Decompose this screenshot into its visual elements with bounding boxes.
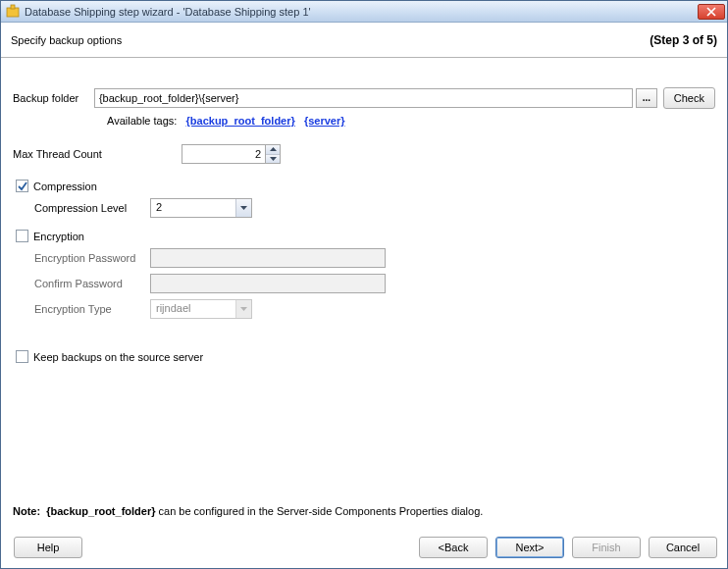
check-button[interactable]: Check xyxy=(663,87,715,109)
finish-button: Finish xyxy=(572,537,641,558)
compression-level-label: Compression Level xyxy=(13,202,150,214)
back-button[interactable]: <Back xyxy=(419,537,488,558)
keep-backups-checkbox[interactable] xyxy=(16,350,28,363)
browse-button[interactable]: ... xyxy=(636,88,657,108)
window-title: Database Shipping step wizard - 'Databas… xyxy=(25,6,698,18)
compression-level-combo[interactable]: 2 xyxy=(150,198,252,218)
button-bar: Help <Back Next> Finish Cancel xyxy=(1,531,727,568)
max-thread-spinner xyxy=(182,144,281,164)
tag-backup-root-folder[interactable]: {backup_root_folder} xyxy=(186,115,295,127)
max-thread-input[interactable] xyxy=(182,144,266,164)
tags-label: Available tags: xyxy=(107,115,177,127)
tag-server[interactable]: {server} xyxy=(304,115,345,127)
svg-rect-1 xyxy=(11,5,15,9)
compression-label: Compression xyxy=(33,181,97,192)
content-area: Backup folder ... Check Available tags: … xyxy=(1,58,727,505)
cancel-button[interactable]: Cancel xyxy=(649,537,717,558)
next-button[interactable]: Next> xyxy=(495,537,564,558)
encryption-password-input xyxy=(150,248,386,268)
keep-backups-label: Keep backups on the source server xyxy=(33,351,203,363)
subheader: Specify backup options (Step 3 of 5) xyxy=(1,23,727,58)
encryption-type-value: rijndael xyxy=(151,300,235,318)
app-icon xyxy=(5,4,21,20)
encryption-password-label: Encryption Password xyxy=(13,252,150,264)
encryption-label: Encryption xyxy=(33,231,84,242)
spinner-down-button[interactable] xyxy=(266,155,280,164)
tags-row: Available tags: {backup_root_folder} {se… xyxy=(107,115,715,127)
compression-checkbox[interactable] xyxy=(16,180,28,192)
backup-folder-label: Backup folder xyxy=(13,92,94,104)
max-thread-label: Max Thread Count xyxy=(13,148,182,160)
help-button[interactable]: Help xyxy=(14,537,82,558)
wizard-window: Database Shipping step wizard - 'Databas… xyxy=(0,0,728,569)
step-counter: (Step 3 of 5) xyxy=(650,33,717,47)
chevron-down-icon xyxy=(235,300,251,318)
chevron-down-icon[interactable] xyxy=(235,199,251,217)
close-button[interactable] xyxy=(698,4,725,20)
confirm-password-label: Confirm Password xyxy=(13,278,150,289)
step-description: Specify backup options xyxy=(11,34,122,46)
encryption-type-combo: rijndael xyxy=(150,299,252,319)
backup-folder-input[interactable] xyxy=(94,88,633,108)
titlebar: Database Shipping step wizard - 'Databas… xyxy=(1,1,727,23)
encryption-checkbox[interactable] xyxy=(16,230,28,242)
compression-level-value: 2 xyxy=(151,199,235,217)
spinner-up-button[interactable] xyxy=(266,145,280,155)
footer-note: Note: {backup_root_folder} can be config… xyxy=(1,505,727,531)
encryption-type-label: Encryption Type xyxy=(13,303,150,315)
confirm-password-input xyxy=(150,274,386,293)
